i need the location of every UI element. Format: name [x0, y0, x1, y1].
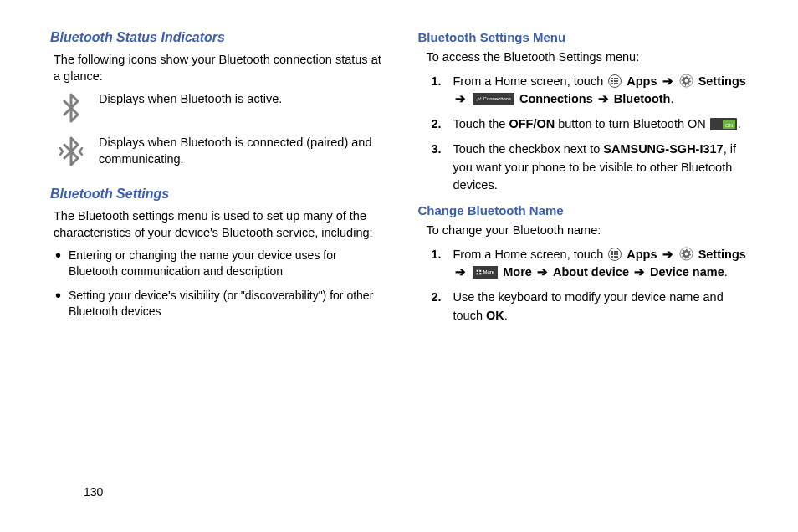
left-column: Bluetooth Status Indicators The followin… [50, 30, 389, 332]
arrow-icon: ➔ [662, 248, 673, 261]
svg-rect-5 [614, 80, 616, 82]
settings-label: Settings [698, 248, 746, 261]
svg-rect-22 [611, 256, 613, 258]
bluetooth-connected-icon [59, 135, 84, 168]
bullet-item: Entering or changing the name your devic… [54, 248, 389, 279]
step-item: 2. Use the keyboard to modify your devic… [432, 289, 757, 325]
svg-text:ON: ON [725, 122, 733, 127]
settings-label: Settings [698, 74, 746, 88]
settings-gear-icon [679, 247, 694, 262]
about-device-label: About device [553, 265, 629, 279]
period: . [504, 309, 508, 322]
bluetooth-label: Bluetooth [614, 92, 671, 105]
icon-desc-connected: Displays when Bluetooth is connected (pa… [99, 135, 389, 167]
step-text: From a Home screen, touch [453, 248, 607, 261]
step-text: From a Home screen, touch [453, 74, 607, 88]
step-number: 2. [432, 289, 442, 307]
arrow-icon: ➔ [662, 74, 673, 88]
heading-change-bt-name: Change Bluetooth Name [418, 203, 757, 217]
svg-rect-4 [611, 80, 613, 82]
device-name-label: Device name [650, 265, 724, 279]
change-name-steps: 1. From a Home screen, touch Apps ➔ [418, 246, 757, 325]
arrow-icon: ➔ [598, 92, 609, 105]
intro-access: To access the Bluetooth Settings menu: [418, 49, 757, 66]
svg-rect-20 [614, 253, 616, 255]
icon-row-connected: Displays when Bluetooth is connected (pa… [59, 135, 389, 168]
svg-rect-16 [611, 251, 613, 253]
heading-bt-settings-menu: Bluetooth Settings Menu [418, 30, 757, 44]
svg-rect-3 [616, 78, 618, 79]
more-tab-icon: More [473, 266, 499, 279]
step-text: button to turn Bluetooth ON [555, 117, 709, 130]
svg-rect-29 [476, 273, 478, 274]
ok-label: OK [486, 309, 504, 322]
step-text: Touch the checkbox next to [453, 142, 604, 156]
icon-desc-active: Displays when Bluetooth is active. [99, 91, 389, 108]
svg-rect-27 [476, 270, 478, 272]
svg-point-26 [685, 253, 688, 256]
step-text: Touch the [453, 117, 509, 130]
arrow-icon: ➔ [634, 265, 645, 279]
apps-grid-icon [607, 247, 622, 262]
apps-label: Apps [627, 74, 657, 88]
settings-gear-icon [679, 74, 694, 89]
svg-rect-28 [479, 270, 481, 272]
bluetooth-active-icon [59, 91, 84, 125]
step-item: 1. From a Home screen, touch Apps ➔ [432, 73, 757, 110]
svg-rect-30 [479, 273, 481, 274]
step-number: 3. [432, 141, 442, 159]
step-number: 2. [432, 115, 442, 134]
settings-steps: 1. From a Home screen, touch Apps ➔ [418, 73, 757, 196]
svg-rect-8 [614, 83, 616, 84]
connections-tab-icon: Connections [473, 93, 514, 105]
period: . [738, 117, 741, 130]
heading-bt-status-indicators: Bluetooth Status Indicators [50, 30, 389, 45]
intro-change: To change your Bluetooth name: [418, 223, 757, 239]
svg-rect-17 [614, 251, 616, 253]
svg-rect-2 [614, 78, 616, 79]
step-item: 3. Touch the checkbox next to SAMSUNG-SG… [432, 141, 757, 195]
svg-rect-24 [616, 256, 618, 258]
arrow-icon: ➔ [455, 265, 466, 279]
toggle-on-icon: ON [710, 118, 737, 130]
heading-bt-settings: Bluetooth Settings [50, 187, 389, 202]
svg-rect-1 [611, 78, 613, 79]
bullet-item: Setting your device's visibility (or "di… [54, 288, 389, 320]
step-number: 1. [432, 246, 442, 264]
svg-rect-18 [616, 251, 618, 253]
icon-row-active: Displays when Bluetooth is active. [59, 91, 389, 125]
svg-rect-7 [611, 83, 613, 84]
arrow-icon: ➔ [455, 92, 466, 105]
apps-grid-icon [607, 74, 622, 89]
settings-intro: The Bluetooth settings menu is used to s… [50, 208, 389, 241]
period: . [670, 92, 673, 105]
device-model-label: SAMSUNG-SGH-I317 [603, 142, 723, 156]
svg-rect-23 [614, 256, 616, 258]
apps-label: Apps [627, 248, 657, 261]
step-item: 2. Touch the OFF/ON button to turn Bluet… [432, 115, 757, 134]
svg-rect-6 [616, 80, 618, 82]
more-label: More [503, 265, 532, 279]
settings-bullets: Entering or changing the name your devic… [50, 248, 389, 320]
step-number: 1. [432, 73, 442, 91]
page-number: 130 [84, 485, 103, 499]
offon-label: OFF/ON [509, 117, 555, 130]
connections-label: Connections [519, 92, 593, 105]
svg-rect-19 [611, 253, 613, 255]
arrow-icon: ➔ [537, 265, 548, 279]
svg-rect-9 [616, 83, 618, 84]
svg-point-11 [685, 79, 688, 83]
right-column: Bluetooth Settings Menu To access the Bl… [418, 30, 757, 332]
svg-rect-21 [616, 253, 618, 255]
period: . [724, 265, 728, 279]
intro-text: The following icons show your Bluetooth … [50, 52, 389, 84]
step-item: 1. From a Home screen, touch Apps ➔ [432, 246, 757, 283]
